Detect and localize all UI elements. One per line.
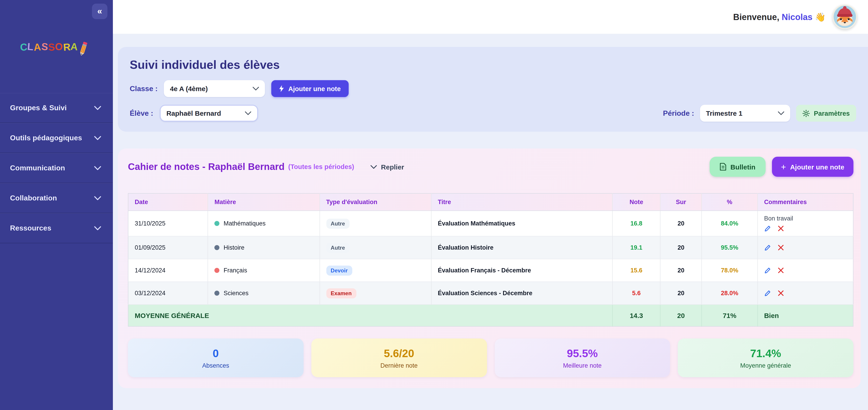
cell-pct: 28.0% [702, 282, 757, 304]
edit-note-button[interactable] [764, 244, 771, 251]
average-note: 14.3 [613, 304, 660, 326]
stat-label: Moyenne générale [740, 362, 791, 369]
filters-panel: Suivi individuel des élèves Classe : 4e … [118, 47, 868, 131]
sidebar-item-label: Groupes & Suivi [10, 104, 67, 112]
average-label: MOYENNE GÉNÉRALE [128, 304, 613, 326]
gradebook-actions: Bulletin + Ajouter une note [709, 157, 854, 177]
delete-note-button[interactable] [778, 245, 783, 251]
edit-pencil-icon [764, 290, 771, 297]
periode-group: Période : Trimestre 1 [663, 105, 856, 122]
lightning-icon [279, 85, 284, 92]
classe-value: 4e A (4ème) [170, 85, 208, 92]
welcome-label: Bienvenue, [733, 12, 779, 22]
add-note-button-section[interactable]: + Ajouter une note [772, 157, 854, 177]
chevron-down-icon [94, 106, 101, 110]
cell-pct: 95.5% [702, 236, 757, 259]
app-root: « CLASSORA Groupes & SuiviOutils pédagog… [0, 0, 868, 410]
add-note-section-label: Ajouter une note [790, 163, 844, 171]
cell-date: 03/12/2024 [128, 282, 208, 304]
cell-pct: 84.0% [702, 211, 757, 236]
cell-title: Évaluation Mathématiques [431, 211, 613, 236]
logo-letter: A [70, 41, 78, 53]
cell-title: Évaluation Histoire [431, 236, 613, 259]
user-avatar[interactable] [833, 5, 857, 29]
delete-x-icon [778, 267, 783, 273]
cell-date: 31/10/2025 [128, 211, 208, 236]
delete-note-button[interactable] [778, 226, 783, 231]
edit-note-button[interactable] [764, 225, 771, 232]
stat-value: 71.4% [750, 347, 781, 360]
chevron-down-icon [94, 166, 101, 170]
page-title: Suivi individuel des élèves [130, 58, 856, 72]
sidebar-item-ressources[interactable]: Ressources [0, 213, 113, 243]
sidebar-item-communication[interactable]: Communication [0, 153, 113, 183]
bulletin-button[interactable]: Bulletin [709, 157, 765, 177]
col-type: Type d'évaluation [319, 194, 431, 211]
sidebar-collapse-button[interactable]: « [92, 4, 107, 19]
sidebar-item-outils-p-dagogiques[interactable]: Outils pédagogiques [0, 123, 113, 153]
cell-comment [757, 259, 853, 282]
grades-table-wrapper: Date Matière Type d'évaluation Titre Not… [128, 193, 854, 327]
plus-icon: + [781, 163, 786, 171]
stat-label: Absences [202, 362, 229, 369]
parametres-button[interactable]: Paramètres [796, 105, 856, 122]
sidebar-menu: Groupes & SuiviOutils pédagogiquesCommun… [0, 93, 113, 243]
sidebar-item-groupes-suivi[interactable]: Groupes & Suivi [0, 93, 113, 123]
chevron-down-icon [94, 136, 101, 140]
periode-value: Trimestre 1 [706, 109, 742, 117]
edit-pencil-icon [764, 244, 771, 251]
username: Nicolas [782, 12, 812, 22]
cell-subject: Sciences [208, 282, 319, 304]
periode-select[interactable]: Trimestre 1 [700, 105, 790, 122]
cell-comment: Bon travail [757, 211, 853, 236]
grade-row: 01/09/2025HistoireAutreÉvaluation Histoi… [128, 236, 853, 259]
average-row: MOYENNE GÉNÉRALE 14.3 20 71% Bien [128, 304, 853, 326]
gear-icon [802, 110, 810, 117]
gradebook-header: Cahier de notes - Raphaël Bernard (Toute… [128, 157, 854, 177]
gradebook-title: Cahier de notes - Raphaël Bernard [128, 161, 285, 172]
chevron-down-icon [94, 196, 101, 200]
average-pct: 71% [702, 304, 757, 326]
collapse-section-button[interactable]: Replier [371, 163, 404, 171]
topbar: Bienvenue, Nicolas 👋 [113, 0, 868, 34]
sidebar-item-label: Ressources [10, 224, 51, 232]
grades-table-head: Date Matière Type d'évaluation Titre Not… [128, 194, 853, 211]
stat-card-absences: 0Absences [128, 339, 304, 377]
gradebook-subtitle: (Toutes les périodes) [288, 163, 354, 170]
stat-label: Dernière note [380, 362, 417, 369]
sidebar-item-label: Outils pédagogiques [10, 134, 82, 142]
eleve-select[interactable]: Raphaël Bernard [159, 105, 258, 122]
eval-type-badge: Autre [326, 218, 349, 229]
cell-comment [757, 282, 853, 304]
stat-value: 0 [213, 347, 219, 360]
cell-comment [757, 236, 853, 259]
edit-note-button[interactable] [764, 267, 771, 274]
cell-title: Évaluation Français - Décembre [431, 259, 613, 282]
cell-pct: 78.0% [702, 259, 757, 282]
comment-text: Bon travail [764, 215, 847, 222]
sidebar-item-collaboration[interactable]: Collaboration [0, 183, 113, 213]
add-note-top-label: Ajouter une note [288, 85, 341, 92]
col-sur: Sur [660, 194, 702, 211]
delete-note-button[interactable] [778, 290, 783, 296]
cell-eval-type: Devoir [319, 259, 431, 282]
add-note-button-top[interactable]: Ajouter une note [272, 80, 348, 97]
grades-table-foot: MOYENNE GÉNÉRALE 14.3 20 71% Bien [128, 304, 853, 326]
cell-eval-type: Autre [319, 211, 431, 236]
stat-card-moyenne-g-n-rale: 71.4%Moyenne générale [678, 339, 854, 377]
classora-logo: CLASSORA [20, 39, 113, 55]
logo-letter: R [63, 41, 71, 54]
logo-wordmark: CLASSORA [20, 41, 78, 53]
edit-pencil-icon [764, 267, 771, 274]
cell-subject: Mathématiques [208, 211, 319, 236]
delete-note-button[interactable] [778, 267, 783, 273]
classe-select[interactable]: 4e A (4ème) [164, 80, 265, 97]
subject-color-dot [214, 268, 219, 273]
logo-letter: S [41, 41, 49, 53]
main-area: Bienvenue, Nicolas 👋 Suivi individuel de… [113, 0, 868, 410]
chevron-down-icon [245, 111, 251, 115]
eleve-label: Élève : [130, 109, 153, 117]
edit-note-button[interactable] [764, 290, 771, 297]
welcome-text: Bienvenue, Nicolas 👋 [733, 11, 826, 22]
cell-eval-type: Examen [319, 282, 431, 304]
